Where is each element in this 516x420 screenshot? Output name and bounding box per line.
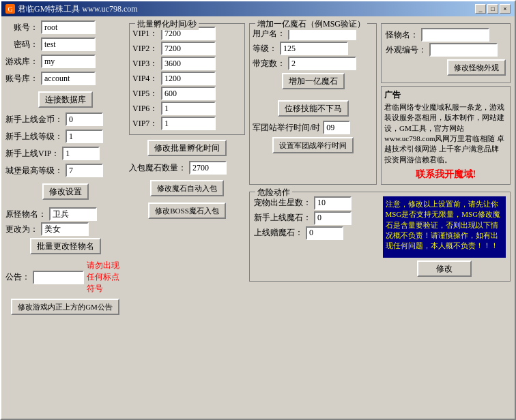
vip4-input[interactable] <box>161 72 216 85</box>
max-castle-input[interactable] <box>66 164 103 177</box>
accountdb-row: 账号库： <box>5 72 125 85</box>
modify-notice-button[interactable]: 修改游戏内正上方的GM公告 <box>11 299 119 315</box>
newbie-vip-label: 新手上线VIP： <box>5 148 59 160</box>
newbie-magic-label: 新手上线魔石： <box>254 212 311 224</box>
original-monster-input[interactable] <box>49 207 97 221</box>
vip6-input[interactable] <box>161 102 216 115</box>
max-castle-row: 城堡最高等级： <box>5 164 125 177</box>
appearance-label: 外观编号： <box>386 44 427 56</box>
ad-content: 君临网络专业魔域私服一条龙，游戏装设服务器相用，版本制作，网站建设，GM工具，官… <box>384 103 504 164</box>
accountdb-input[interactable] <box>41 72 96 85</box>
main-window: G 君临GM特殊工具 www.uc798.com _ □ × 账号： 密码： 游… <box>0 0 516 420</box>
titlebar-left: G 君临GM特殊工具 www.uc798.com <box>5 3 138 15</box>
batch-change-monster-button[interactable]: 批量更改怪物名 <box>30 238 101 254</box>
newbie-vip-input[interactable] <box>62 147 100 160</box>
add-magic-level-label: 等级： <box>253 43 277 55</box>
newbie-level-input[interactable] <box>66 130 103 143</box>
inpack-input[interactable] <box>189 161 227 175</box>
add-magic-level-input[interactable] <box>280 42 348 55</box>
account-input[interactable] <box>41 20 96 34</box>
带宠数-row: 带宠数： <box>253 57 373 70</box>
modify-hatch-button[interactable]: 修改批量孵化时间 <box>147 140 227 156</box>
vip3-label: VIP3： <box>132 58 158 70</box>
hatch-group-title: 批量孵化时间/秒 <box>135 18 199 30</box>
add-magic-group: 增加一亿魔石（例MSG验证） 用户名： 等级： 带宠数： 增加一亿魔石 <box>249 23 377 185</box>
gamedb-input[interactable] <box>41 55 96 68</box>
notice-hint: 请勿出现任何标点符号 <box>87 260 125 295</box>
ad-box: 广告 君临网络专业魔域私服一条龙，游戏装设服务器相用，版本制作，网站建设，GM工… <box>381 86 511 185</box>
notice-label: 公告： <box>5 271 30 283</box>
vip7-input[interactable] <box>161 117 216 130</box>
middle-panel: 批量孵化时间/秒 VIP1： VIP2： VIP3： VIP4： <box>129 20 245 415</box>
newbie-vip-row: 新手上线VIP： <box>5 147 125 160</box>
army-time-row: 军团站举行时间/时 <box>253 121 373 134</box>
titlebar-controls[interactable]: _ □ × <box>475 4 511 14</box>
vip5-input[interactable] <box>161 87 216 100</box>
online-gift-label: 上线赠魔石： <box>254 227 303 239</box>
vip7-label: VIP7： <box>132 118 158 130</box>
pet-star-row: 宠物出生星数： <box>254 196 377 210</box>
modify-auto-pack-button[interactable]: 修改魔石自动入包 <box>150 180 224 196</box>
vip2-label: VIP2： <box>132 43 158 55</box>
danger-group: 危险动作 宠物出生星数： 新手上线魔石： 上线赠魔石： <box>249 192 511 282</box>
danger-title: 危险动作 <box>255 187 292 198</box>
modify-appearance-button[interactable]: 修改怪物外观 <box>447 59 506 76</box>
account-row: 账号： <box>5 20 125 34</box>
password-input[interactable] <box>41 38 96 51</box>
max-castle-label: 城堡最高等级： <box>5 165 63 177</box>
close-button[interactable]: × <box>500 4 511 14</box>
move-skill-button[interactable]: 位移技能不下马 <box>278 100 349 117</box>
带宠数-input[interactable] <box>288 57 356 70</box>
newbie-gold-label: 新手上线金币： <box>5 114 63 125</box>
notice-input[interactable] <box>33 271 84 284</box>
newbie-magic-input[interactable] <box>314 211 352 225</box>
pet-star-input[interactable] <box>314 196 352 210</box>
add-magic-button[interactable]: 增加一亿魔石 <box>282 73 345 89</box>
connect-db-button[interactable]: 连接数据库 <box>38 91 93 108</box>
app-icon: G <box>5 4 15 14</box>
vip5-row: VIP5： <box>132 87 242 100</box>
ad-header: 广告 <box>384 89 507 101</box>
hatch-time-group: 批量孵化时间/秒 VIP1： VIP2： VIP3： VIP4： <box>129 23 245 135</box>
inpack-row: 入包魔石数量： <box>129 161 245 175</box>
danger-inner: 宠物出生星数： 新手上线魔石： 上线赠魔石： <box>254 196 506 277</box>
newbie-gold-input[interactable] <box>66 112 103 126</box>
add-magic-title: 增加一亿魔石（例MSG验证） <box>255 18 367 30</box>
newbie-level-label: 新手上线等级： <box>5 131 63 142</box>
modify-boss-pack-button[interactable]: 修改BOSS魔石入包 <box>148 202 226 219</box>
monster-name-right-input[interactable] <box>421 28 489 42</box>
maximize-button[interactable]: □ <box>487 4 498 14</box>
notice-row: 公告： 请勿出现任何标点符号 <box>5 260 125 295</box>
top-right-row: 增加一亿魔石（例MSG验证） 用户名： 等级： 带宠数： 增加一亿魔石 <box>249 20 511 185</box>
window-title: 君临GM特殊工具 www.uc798.com <box>18 3 138 15</box>
accountdb-label: 账号库： <box>5 73 38 85</box>
appearance-row: 外观编号： <box>386 43 506 57</box>
monster-name-section: 原怪物名： 更改为： 批量更改怪物名 <box>5 207 125 256</box>
change-to-input[interactable] <box>41 222 89 236</box>
vip7-row: VIP7： <box>132 117 242 130</box>
danger-modify-button[interactable]: 修改 <box>417 260 472 277</box>
monster-name-right-row: 怪物名： <box>386 28 506 42</box>
pet-star-label: 宠物出生星数： <box>254 197 311 209</box>
online-gift-input[interactable] <box>306 226 343 240</box>
army-time-input[interactable] <box>323 121 350 134</box>
original-monster-label: 原怪物名： <box>5 209 46 220</box>
appearance-input[interactable] <box>429 43 498 57</box>
set-army-button[interactable]: 设置军团战举行时间 <box>272 137 354 153</box>
danger-right: 注意，修改以上设置前，请先让你MSG是否支持无限量，MSG修改魔石是含量要验证，… <box>383 196 506 277</box>
ad-link[interactable]: 联系我开魔域! <box>384 168 507 181</box>
vip6-row: VIP6： <box>132 102 242 115</box>
vip2-input[interactable] <box>161 42 216 55</box>
vip3-input[interactable] <box>161 57 216 70</box>
monster-name-right-label: 怪物名： <box>386 29 418 41</box>
vip4-label: VIP4： <box>132 73 158 85</box>
inpack-label: 入包魔石数量： <box>129 162 186 174</box>
gamedb-row: 游戏库： <box>5 55 125 68</box>
vip3-row: VIP3： <box>132 57 242 70</box>
online-gift-row: 上线赠魔石： <box>254 226 377 240</box>
vip5-label: VIP5： <box>132 88 158 100</box>
add-magic-level-row: 等级： <box>253 42 373 55</box>
modify-settings-button[interactable]: 修改设置 <box>42 183 89 200</box>
minimize-button[interactable]: _ <box>475 4 486 14</box>
original-monster-row: 原怪物名： <box>5 207 125 221</box>
